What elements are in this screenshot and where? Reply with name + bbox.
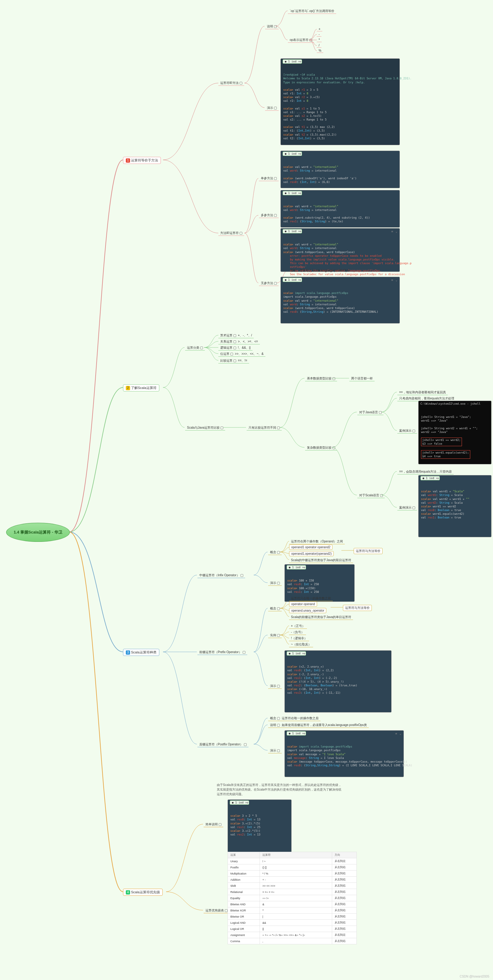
basic-cmp[interactable]: 基本数据类型比较 [305,376,337,381]
multi-param[interactable]: 多参方法 [259,213,278,218]
infix-demo[interactable]: 演示 [268,581,282,586]
op-is-method[interactable]: 运算符即方法 [218,81,244,86]
cat-bit[interactable]: 位运算 >>、>>>、<<、~、& [218,352,266,357]
precedence-desc: 由于Scala并没有真正的运算符，运算符其实是方法的一种形式，所以此处运算符的优… [217,783,343,796]
plus-icon: + [247,800,248,805]
plus-icon: + [299,59,301,64]
single-param[interactable]: 单参方法 [259,176,278,181]
expand-icon[interactable] [240,574,243,577]
prefix-c1: 运算符只在唯一的操作数之前 [289,596,333,601]
explain1: `op`运算符与`.op()`方法调用等价 [288,9,336,14]
menu-icon[interactable]: ≡ ⌄ [395,732,402,736]
prefix-examples[interactable]: 实例 [268,633,282,638]
ex-pos: +（正号） [289,624,307,629]
l1-know-operators[interactable]: 2了解Scala运算符 [123,384,159,391]
postfix-op[interactable]: 后缀运算符（Postfix Operator） [197,742,248,747]
prefix-demo[interactable]: 演示 [268,684,282,689]
callout-eq1: 运算符与方法等价 [354,548,383,554]
menu-icon[interactable]: ≡ ⌄ [391,278,398,282]
plus-icon: + [303,565,305,570]
java-case[interactable]: 案例演示 [398,428,417,434]
op-minus: - [317,32,321,37]
scala-vs-java[interactable]: Scala与Java运算符比较 [185,425,225,431]
expand-icon[interactable] [277,551,280,554]
l1-operator-kinds[interactable]: 3Scala运算符种类 [123,649,159,656]
prefix-op[interactable]: 前缀运算符（Prefix Operator） [197,650,247,655]
scala-eq: ==，会隐含调用equals方法，只管内容 [398,469,454,474]
op-plus: + [317,27,322,31]
op-div: / [317,43,321,48]
menu-icon[interactable]: ≡ ⌄ [391,229,398,234]
infix-concept[interactable]: 概念 [268,550,282,555]
table-row: Equality== !=从左到右 [228,895,357,901]
expand-icon[interactable] [240,82,242,84]
expand-icon[interactable] [379,411,382,414]
expand-icon[interactable] [240,232,242,235]
expand-icon[interactable] [277,607,280,610]
infix-c1: 运算符在两个操作数（Operand）之间 [289,539,345,544]
explain2[interactable]: op表示运算符 [288,38,314,43]
cat-rel[interactable]: 关系运算 >、<、>=、<= [218,339,260,344]
expand-icon[interactable] [277,749,280,752]
expand-icon[interactable] [380,494,383,497]
expand-icon[interactable] [274,177,277,180]
complex-cmp[interactable]: 复杂数据类型比较 [305,445,337,450]
scala-shot-prec: ● 1 ied+ scala> 3 + 2 * 5 val res0: Int … [227,800,291,853]
table-row: Multiplication* / %从左到右 [228,870,357,877]
expand-icon[interactable] [243,651,245,654]
for-java[interactable]: 对于Java语言 [357,410,383,415]
expand-icon[interactable] [277,426,280,429]
postfix-explain[interactable]: 说明 如果使用后缀运算符，必须要导入scala.language.postfix… [268,722,369,728]
scala-case[interactable]: 案例演示 [398,505,417,511]
expand-icon[interactable] [225,909,227,912]
expand-icon[interactable] [244,743,247,746]
precedence-table-label[interactable]: 运算优先级表 [204,908,229,913]
expand-icon[interactable] [412,506,415,509]
table-row: Bitwise OR|从左到右 [228,913,357,920]
cat-cmp[interactable]: 比较运算 ==、!= [218,358,249,363]
simple-explain[interactable]: 简单说明 [204,822,223,827]
explain[interactable]: 说明 [265,24,278,29]
l1-operators-eq-methods[interactable]: 1运算符等价于方法 [123,157,161,164]
infix-c2: operand1 operator operand2 [289,544,332,550]
expand-icon[interactable] [332,447,335,449]
no-param[interactable]: 无参方法 [259,281,278,286]
expand-icon[interactable] [219,823,221,826]
table-row: Comma,从左到右 [228,938,357,944]
expand-icon[interactable] [412,430,415,432]
expand-icon[interactable] [277,634,280,637]
scala-repl-shot-4a: ● 1 ied+≡ ⌄ scala> val word = "internati… [280,228,400,272]
expand-icon[interactable] [221,426,223,429]
plus-icon: + [299,229,301,234]
expand-icon[interactable] [277,724,280,727]
for-scala[interactable]: 对于Scala语言 [357,493,385,498]
expand-icon[interactable] [277,582,280,585]
plus-icon: + [437,476,439,481]
postfix-demo[interactable]: 演示 [268,748,282,753]
op-category[interactable]: 运算分类 [185,345,205,350]
l1-operator-precedence[interactable]: 4Scala运算符优先级 [123,889,163,896]
table-row: Logical AND&&从左到右 [228,920,357,926]
prefix-concept[interactable]: 概念 [268,606,282,611]
scala-repl-shot-3: ● 1 ied+ scala> val word = "internationa… [280,190,400,228]
cat-logic[interactable]: 逻辑运算 !、&&、|| [218,345,253,350]
expand-icon[interactable] [277,717,280,720]
infix-op[interactable]: 中缀运算符（Infix Operator） [197,573,245,578]
expand-icon[interactable] [309,39,312,41]
expand-icon[interactable] [277,685,280,687]
scala-repl-shot-eq: ● 1 ied+ scala> val word1 = "Scala" val … [418,475,491,537]
op-mod: % [317,49,323,53]
expand-icon[interactable] [274,25,277,28]
only-cmp-diff[interactable]: 只有比较运算符不同 [247,425,282,431]
prefix-c2: operator operand [289,601,317,607]
expand-icon[interactable] [274,107,277,110]
ex-bitnot: ~（按位取反） [289,642,313,647]
postfix-concept[interactable]: 概念 运算符在唯一的操作数之后 [268,716,320,721]
demo1[interactable]: 演示 [265,105,278,111]
ex-neg: -（负号） [289,630,306,635]
expand-icon[interactable] [200,347,203,349]
method-is-op[interactable]: 方法即运算符 [218,231,244,236]
expand-icon[interactable] [274,214,277,217]
expand-icon[interactable] [274,282,277,285]
cat-arith[interactable]: 算术运算 +、-、*、/ [218,333,254,338]
